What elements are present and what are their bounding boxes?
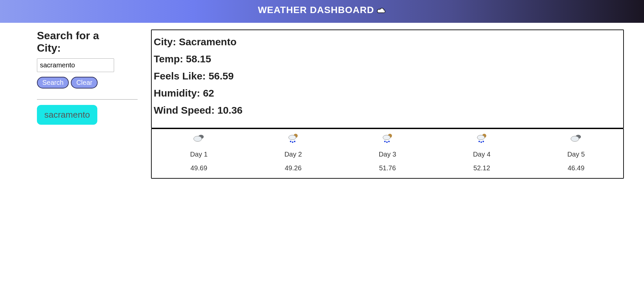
today-city: City: Sacramento — [154, 36, 621, 47]
svg-point-13 — [477, 135, 485, 140]
svg-point-6 — [294, 141, 295, 142]
forecast-day: Day 5 46.49 — [567, 132, 585, 172]
svg-point-18 — [571, 136, 579, 141]
forecast-day-temp: 52.12 — [473, 164, 490, 172]
search-heading: Search for a City: — [37, 30, 121, 54]
forecast-day: Day 3 51.76 — [379, 132, 396, 172]
cloudy-icon — [192, 132, 206, 144]
rain-sun-icon — [287, 132, 300, 144]
today-weather-card: City: Sacramento Temp: 58.15 Feels Like:… — [151, 30, 624, 128]
today-feels-like: Feels Like: 56.59 — [154, 70, 621, 81]
search-sidebar: Search for a City: Search Clear sacramen… — [0, 30, 121, 179]
svg-point-8 — [383, 135, 390, 140]
svg-point-11 — [388, 141, 390, 142]
forecast-day-temp: 46.49 — [567, 164, 584, 172]
forecast-day-label: Day 4 — [473, 151, 490, 158]
forecast-card: Day 1 49.69 Day 2 49.26 Day 3 51.76 Day … — [151, 128, 624, 179]
app-header: WEATHER DASHBOARD — [0, 0, 644, 23]
forecast-day-temp: 49.69 — [190, 164, 207, 172]
forecast-day-label: Day 5 — [567, 151, 585, 158]
forecast-day: Day 4 52.12 — [473, 132, 490, 172]
app-title: WEATHER DASHBOARD — [258, 5, 374, 15]
forecast-day-label: Day 2 — [284, 151, 302, 158]
rain-sun-icon — [475, 132, 489, 144]
forecast-day-label: Day 1 — [190, 151, 207, 158]
cloud-icon — [376, 5, 386, 15]
svg-point-14 — [478, 141, 480, 142]
forecast-day-temp: 51.76 — [379, 164, 396, 172]
svg-point-16 — [482, 141, 484, 142]
svg-point-4 — [290, 141, 291, 142]
cloudy-icon — [569, 132, 583, 144]
forecast-day-temp: 49.26 — [285, 164, 301, 172]
today-humidity: Humidity: 62 — [154, 87, 621, 99]
rain-sun-icon — [381, 132, 394, 144]
svg-point-9 — [384, 141, 386, 142]
history-item[interactable]: sacramento — [37, 105, 97, 125]
today-wind: Wind Speed: 10.36 — [154, 105, 621, 116]
today-temp: Temp: 58.15 — [154, 53, 621, 64]
search-button[interactable]: Search — [37, 77, 69, 89]
svg-point-10 — [386, 141, 388, 143]
clear-button[interactable]: Clear — [71, 77, 98, 89]
svg-point-1 — [194, 136, 202, 141]
svg-point-3 — [289, 135, 296, 140]
svg-point-5 — [292, 141, 293, 143]
forecast-day-label: Day 3 — [379, 151, 396, 158]
forecast-day: Day 2 49.26 — [284, 132, 302, 172]
forecast-day: Day 1 49.69 — [190, 132, 207, 172]
search-history: sacramento — [37, 105, 121, 125]
city-search-input[interactable] — [37, 58, 114, 72]
svg-point-15 — [480, 141, 482, 143]
